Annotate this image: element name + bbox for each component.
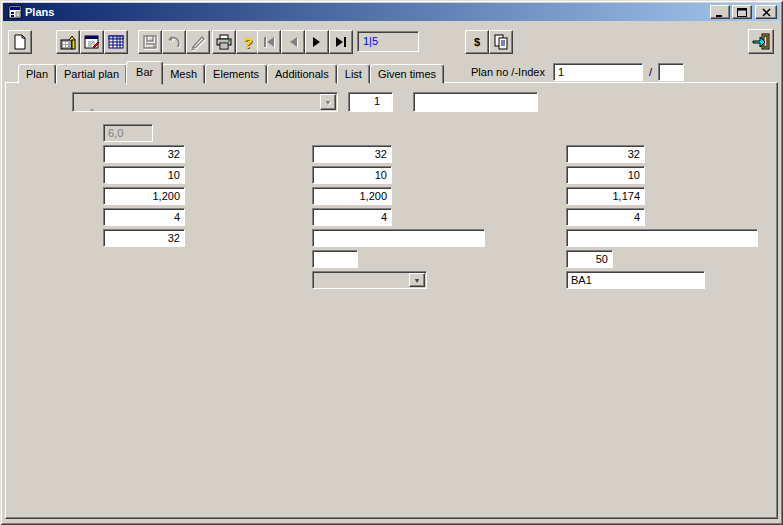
prod-field[interactable]: 10 <box>566 166 645 184</box>
form-edit-icon <box>84 34 100 50</box>
exit-button[interactable] <box>748 29 774 54</box>
undo-icon <box>166 34 182 50</box>
print-button[interactable] <box>212 30 236 54</box>
plan-index-separator: / <box>649 66 652 78</box>
window-title: Plans <box>25 6 54 18</box>
tab-list[interactable]: List <box>337 64 370 84</box>
given-prod-line-field[interactable]: ▼ <box>312 271 427 289</box>
struct-extra-field[interactable] <box>413 92 538 112</box>
undo-button[interactable] <box>162 30 186 54</box>
chevron-down-icon[interactable]: ▼ <box>409 273 425 287</box>
plan-no-field[interactable]: 1 <box>553 63 643 81</box>
tab-plan[interactable]: Plan <box>18 64 56 84</box>
previous-record-button[interactable] <box>281 30 305 54</box>
pencil-slash-icon <box>190 34 206 50</box>
struct-dropdown-value: 1 - --- <box>89 107 146 112</box>
plan-field[interactable]: 10 <box>103 166 185 184</box>
next-record-icon <box>311 37 323 47</box>
table-grid-icon <box>108 34 124 50</box>
struct-count-field[interactable]: 1 <box>348 92 393 112</box>
new-document-button[interactable] <box>8 30 32 54</box>
title-bar: Plans <box>3 3 780 21</box>
tab-partial-plan[interactable]: Partial plan <box>56 64 127 84</box>
exit-door-icon <box>752 33 770 50</box>
bending-form-field[interactable]: 32 <box>103 229 185 247</box>
currency-button[interactable]: $ <box>465 30 489 54</box>
app-icon <box>8 5 22 19</box>
close-icon <box>762 8 771 17</box>
minimize-icon <box>715 8 725 17</box>
cancel-edit-button[interactable] <box>186 30 210 54</box>
tab-given-times[interactable]: Given times <box>370 64 444 84</box>
form-edit-button[interactable] <box>80 30 104 54</box>
tab-mesh[interactable]: Mesh <box>162 64 205 84</box>
instruction-sale-field[interactable] <box>312 229 485 247</box>
length-plan-field[interactable]: 1,200 <box>103 187 185 205</box>
steel-no-prod-field[interactable]: 4 <box>566 208 645 226</box>
plan-index-field[interactable] <box>658 63 684 81</box>
given-bending-roll-field[interactable] <box>312 250 358 268</box>
record-indicator-field[interactable]: 1|5 <box>357 31 419 52</box>
minimize-button[interactable] <box>710 5 730 19</box>
tab-strip: PlanPartial planBarMeshElementsAdditiona… <box>18 60 444 84</box>
steel-no-sale-field[interactable]: 4 <box>312 208 392 226</box>
last-record-icon <box>335 37 347 47</box>
last-record-button[interactable] <box>329 30 353 54</box>
table-view-button[interactable] <box>104 30 128 54</box>
save-icon <box>142 34 158 50</box>
maximize-icon <box>737 8 747 17</box>
previous-record-icon <box>287 37 299 47</box>
copy-button[interactable] <box>489 30 513 54</box>
tab-bar[interactable]: Bar <box>126 61 163 85</box>
piece-prod-field[interactable]: 32 <box>566 145 645 163</box>
tab-additionals[interactable]: Additionals <box>267 64 337 84</box>
first-record-icon <box>263 37 275 47</box>
save-button[interactable] <box>138 30 162 54</box>
choice-bending-roll-field[interactable]: 50 <box>566 250 613 268</box>
maximize-button[interactable] <box>732 5 752 19</box>
length-sale-field[interactable]: 1,200 <box>312 187 392 205</box>
first-record-button[interactable] <box>257 30 281 54</box>
struct-dropdown[interactable]: 1 - --- ▼ <box>72 92 338 112</box>
selection-of-production-field[interactable]: BA1 <box>566 271 705 289</box>
printer-icon <box>216 34 232 50</box>
new-document-icon <box>12 34 28 50</box>
building-plan-icon <box>60 34 76 50</box>
sale-field[interactable]: 10 <box>312 166 392 184</box>
piece-sale-field[interactable]: 32 <box>312 145 392 163</box>
plan-overview-button[interactable] <box>56 30 80 54</box>
steel-number-field[interactable]: 4 <box>103 208 185 226</box>
app-window: Plans <box>0 0 783 525</box>
close-button[interactable] <box>755 5 777 19</box>
chevron-down-icon[interactable]: ▼ <box>320 94 336 110</box>
copy-icon <box>493 34 509 50</box>
tab-elements[interactable]: Elements <box>205 64 267 84</box>
piece-plan-field[interactable]: 32 <box>103 145 185 163</box>
instruction-field[interactable] <box>566 229 758 247</box>
position-field[interactable]: 6,0 <box>103 124 153 142</box>
dollar-icon: $ <box>474 36 480 48</box>
length-prod-field[interactable]: 1,174 <box>566 187 645 205</box>
next-record-button[interactable] <box>305 30 329 54</box>
help-icon: ? <box>243 34 252 51</box>
